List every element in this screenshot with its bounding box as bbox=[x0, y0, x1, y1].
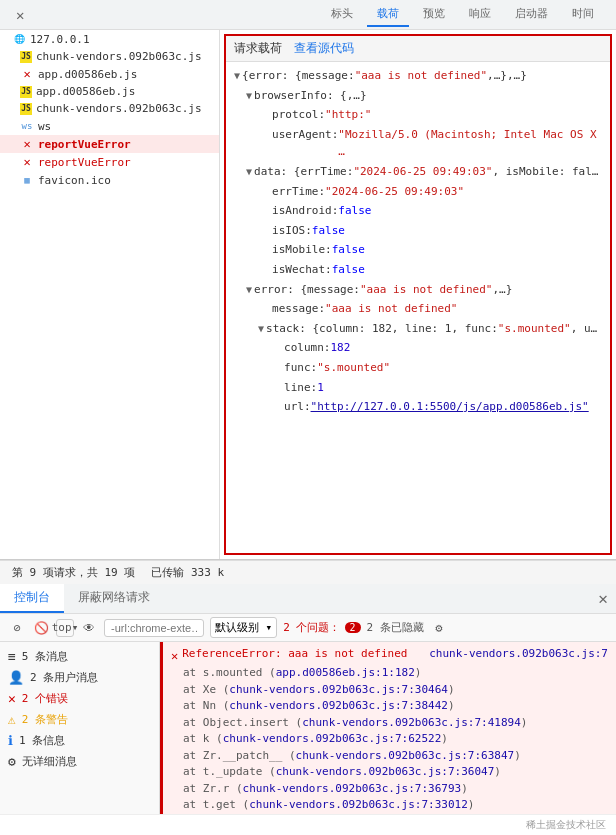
stack-link-5[interactable]: chunk-vendors.092b063c.js:7:63847 bbox=[296, 749, 515, 762]
status-bar: 第 9 项请求，共 19 项 已传输 333 k bbox=[0, 560, 616, 584]
toggle-1[interactable]: ▼ bbox=[246, 88, 252, 104]
stack-line-0: at s.mounted (app.d00586eb.js:1:182) bbox=[175, 665, 608, 682]
stack-link-8[interactable]: chunk-vendors.092b063c.js:7:33012 bbox=[249, 798, 468, 811]
entry-header-0: ✕ chunk-vendors.092b063c.js:7 ReferenceE… bbox=[171, 646, 608, 665]
gear-filter-icon: ⚙ bbox=[8, 754, 16, 769]
default-level-dropdown[interactable]: 默认级别 ▾ bbox=[210, 617, 277, 638]
clear-icon[interactable]: 🚫 bbox=[32, 619, 50, 637]
tab-network-block[interactable]: 屏蔽网络请求 bbox=[64, 584, 164, 613]
stack-link-7[interactable]: chunk-vendors.092b063c.js:7:36793 bbox=[243, 782, 462, 795]
sidebar-item-chunk-vendors2[interactable]: JS chunk-vendors.092b063c.js bbox=[0, 100, 219, 117]
tree-row-11: message: "aaa is not defined" bbox=[234, 299, 602, 319]
js-icon-2: JS bbox=[20, 86, 32, 98]
stack-link-2[interactable]: chunk-vendors.092b063c.js:7:38442 bbox=[229, 699, 448, 712]
tab-标头[interactable]: 标头 bbox=[321, 2, 363, 27]
tree-row-13: column: 182 bbox=[234, 338, 602, 358]
error-title-0: ReferenceError: aaa is not defined bbox=[182, 647, 407, 660]
ws-icon: ws bbox=[20, 119, 34, 133]
issues-badge[interactable]: 2 个问题： 2 bbox=[283, 620, 360, 635]
console-messages: ≡ 5 条消息 👤 2 条用户消息 ✕ 2 个错误 ⚠ 2 条警告 ℹ 1 条信… bbox=[0, 642, 616, 814]
globe-icon: 🌐 bbox=[12, 32, 26, 46]
sidebar-item-reportVueError2[interactable]: ✕ reportVueError bbox=[0, 153, 219, 171]
view-source-link[interactable]: 查看源代码 bbox=[294, 40, 354, 57]
filter-user-messages[interactable]: 👤 2 条用户消息 bbox=[0, 667, 159, 688]
eye-icon[interactable]: 👁 bbox=[80, 619, 98, 637]
tab-启动器[interactable]: 启动器 bbox=[505, 2, 558, 27]
panel-close-icon[interactable]: ✕ bbox=[16, 7, 24, 23]
network-tabs-bar: ✕ 标头 载荷 预览 响应 启动器 时间 bbox=[0, 0, 616, 30]
top-label: top bbox=[52, 621, 72, 634]
stack-line-8: at t.get (chunk-vendors.092b063c.js:7:33… bbox=[175, 797, 608, 814]
list-icon: ≡ bbox=[8, 649, 16, 664]
stack-line-5: at Zr.__patch__ (chunk-vendors.092b063c.… bbox=[175, 748, 608, 765]
tree-row-3: userAgent: "Mozilla/5.0 (Macintosh; Inte… bbox=[234, 125, 602, 162]
js-icon-3: JS bbox=[20, 103, 32, 115]
js-icon: JS bbox=[20, 51, 32, 63]
payload-content: ▼ {error: {message: "aaa is not defined"… bbox=[226, 62, 610, 421]
request-count: 第 9 项请求，共 19 项 bbox=[12, 565, 135, 580]
tree-row-4: ▼ data: {errTime: "2024-06-25 09:49:03" … bbox=[234, 162, 602, 182]
console-entry-0: ✕ chunk-vendors.092b063c.js:7 ReferenceE… bbox=[160, 642, 616, 814]
console-filter-panel: ≡ 5 条消息 👤 2 条用户消息 ✕ 2 个错误 ⚠ 2 条警告 ℹ 1 条信… bbox=[0, 642, 160, 814]
filter-warnings[interactable]: ⚠ 2 条警告 bbox=[0, 709, 159, 730]
settings-icon[interactable]: ⚙ bbox=[430, 619, 448, 637]
console-close-icon[interactable]: ✕ bbox=[598, 589, 608, 608]
filter-verbose[interactable]: ⚙ 无详细消息 bbox=[0, 751, 159, 772]
stack-link-3[interactable]: chunk-vendors.092b063c.js:7:41894 bbox=[302, 716, 521, 729]
tree-row-10: ▼ error: {message: "aaa is not defined" … bbox=[234, 280, 602, 300]
tree-row-1: ▼ browserInfo: {,…} bbox=[234, 86, 602, 106]
entry-error-icon-0: ✕ bbox=[171, 647, 178, 665]
entry-file-link-0[interactable]: chunk-vendors.092b063c.js:7 bbox=[429, 646, 608, 663]
filter-errors[interactable]: ✕ 2 个错误 bbox=[0, 688, 159, 709]
tab-时间[interactable]: 时间 bbox=[562, 2, 604, 27]
tab-响应[interactable]: 响应 bbox=[459, 2, 501, 27]
tree-row-9: isWechat: false bbox=[234, 260, 602, 280]
stack-link-4[interactable]: chunk-vendors.092b063c.js:7:62522 bbox=[223, 732, 442, 745]
tree-row-7: isIOS: false bbox=[234, 221, 602, 241]
toggle-2[interactable]: ▼ bbox=[246, 164, 252, 180]
top-chevron: ▾ bbox=[72, 621, 79, 634]
payload-panel: 请求载荷 查看源代码 ▼ {error: {message: "aaa is n… bbox=[224, 34, 612, 555]
stack-link-1[interactable]: chunk-vendors.092b063c.js:7:30464 bbox=[229, 683, 448, 696]
stack-trace-0: at s.mounted (app.d00586eb.js:1:182) at … bbox=[171, 665, 608, 814]
warning-filter-icon: ⚠ bbox=[8, 712, 16, 727]
filter-all-messages[interactable]: ≡ 5 条消息 bbox=[0, 646, 159, 667]
filter-info[interactable]: ℹ 1 条信息 bbox=[0, 730, 159, 751]
stack-line-3: at Object.insert (chunk-vendors.092b063c… bbox=[175, 715, 608, 732]
sidebar-item-favicon[interactable]: ▦ favicon.ico bbox=[0, 171, 219, 189]
console-area: 控制台 屏蔽网络请求 ✕ ⊘ 🚫 top ▾ 👁 默认级别 ▾ 2 个问题： 2… bbox=[0, 584, 616, 814]
sidebar-item-chunk-vendors1[interactable]: JS chunk-vendors.092b063c.js bbox=[0, 48, 219, 65]
toggle-4[interactable]: ▼ bbox=[258, 321, 264, 337]
toggle-3[interactable]: ▼ bbox=[246, 282, 252, 298]
error-icon-2: ✕ bbox=[20, 137, 34, 151]
stack-line-2: at Nn (chunk-vendors.092b063c.js:7:38442… bbox=[175, 698, 608, 715]
sidebar-item-app-js[interactable]: JS app.d00586eb.js bbox=[0, 83, 219, 100]
stack-line-7: at Zr.r (chunk-vendors.092b063c.js:7:367… bbox=[175, 781, 608, 798]
tree-row-5: errTime: "2024-06-25 09:49:03" bbox=[234, 182, 602, 202]
tree-row-2: protcol: "http:" bbox=[234, 105, 602, 125]
copyright-text: 稀土掘金技术社区 bbox=[526, 819, 606, 830]
img-icon: ▦ bbox=[20, 173, 34, 187]
error-filter-icon: ✕ bbox=[8, 691, 16, 706]
payload-header: 请求载荷 查看源代码 bbox=[226, 36, 610, 62]
tree-row-8: isMobile: false bbox=[234, 240, 602, 260]
stack-link-0[interactable]: app.d00586eb.js:1:182 bbox=[276, 666, 415, 679]
stack-line-4: at k (chunk-vendors.092b063c.js:7:62522) bbox=[175, 731, 608, 748]
sidebar-item-ws[interactable]: ws ws bbox=[0, 117, 219, 135]
tab-预览[interactable]: 预览 bbox=[413, 2, 455, 27]
console-log-entries: ✕ chunk-vendors.092b063c.js:7 ReferenceE… bbox=[160, 642, 616, 814]
info-filter-icon: ℹ bbox=[8, 733, 13, 748]
tree-row-16: url: "http://127.0.0.1:5500/js/app.d0058… bbox=[234, 397, 602, 417]
tab-console[interactable]: 控制台 bbox=[0, 584, 64, 613]
toggle-0[interactable]: ▼ bbox=[234, 68, 240, 84]
filter-input[interactable] bbox=[104, 619, 204, 637]
top-panel: 🌐 127.0.0.1 JS chunk-vendors.092b063c.js… bbox=[0, 30, 616, 560]
sidebar-item-127001[interactable]: 🌐 127.0.0.1 bbox=[0, 30, 219, 48]
block-icon[interactable]: ⊘ bbox=[8, 619, 26, 637]
stack-line-6: at t._update (chunk-vendors.092b063c.js:… bbox=[175, 764, 608, 781]
sidebar-item-app-error[interactable]: ✕ app.d00586eb.js bbox=[0, 65, 219, 83]
sidebar-item-reportVueError1[interactable]: ✕ reportVueError bbox=[0, 135, 219, 153]
top-dropdown[interactable]: top ▾ bbox=[56, 619, 74, 637]
stack-link-6[interactable]: chunk-vendors.092b063c.js:7:36047 bbox=[276, 765, 495, 778]
tab-载荷[interactable]: 载荷 bbox=[367, 2, 409, 27]
